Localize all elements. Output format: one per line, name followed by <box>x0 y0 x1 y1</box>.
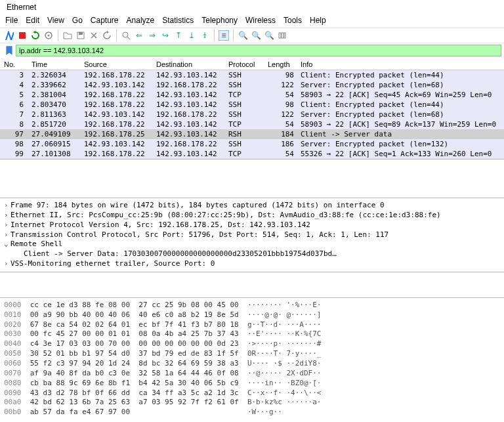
packet-bytes-hex[interactable]: 0000 cc ce 1e d3 88 fe 08 00 27 cc 25 9b… <box>0 298 504 420</box>
zoom-out-icon[interactable]: 🔍 <box>251 30 261 41</box>
go-last-icon[interactable]: ⤓ <box>186 30 197 41</box>
tree-node[interactable]: › Internet Protocol Version 4, Src: 192.… <box>4 221 500 230</box>
menu-edit[interactable]: Edit <box>26 16 39 25</box>
title-bar: Ethernet <box>0 0 504 14</box>
open-file-icon[interactable] <box>62 30 73 41</box>
close-file-icon[interactable] <box>89 30 99 41</box>
menu-file[interactable]: File <box>5 16 18 25</box>
menu-help[interactable]: Help <box>310 16 326 25</box>
tree-node[interactable]: › Ethernet II, Src: PcsCompu_cc:25:9b (0… <box>4 211 500 221</box>
packet-row[interactable]: 72.811363142.93.103.142192.168.178.22SSH… <box>0 110 504 119</box>
hex-line: 0060 55 f2 c3 97 94 20 1d 24 8d bc 32 64… <box>4 359 500 369</box>
display-filter-row <box>0 43 504 58</box>
zoom-reset-icon[interactable]: 🔍 <box>264 30 274 41</box>
toolbar-separator <box>214 30 215 41</box>
zoom-in-icon[interactable]: 🔍 <box>238 30 248 41</box>
hex-line: 0070 af 9a 40 8f da b0 c3 0e 32 58 1a 64… <box>4 369 500 379</box>
tree-node[interactable]: › Transmission Control Protocol, Src Por… <box>4 230 500 240</box>
restart-capture-icon[interactable] <box>30 30 41 41</box>
svg-point-5 <box>123 32 128 37</box>
menu-capture[interactable]: Capture <box>91 16 119 25</box>
column-header[interactable]: No. <box>1 60 29 68</box>
hex-line: 0090 43 d3 d2 78 bf 0f 66 dd ca 34 ff a3… <box>4 389 500 398</box>
svg-point-2 <box>48 35 50 37</box>
reload-icon[interactable] <box>102 30 112 41</box>
save-file-icon[interactable] <box>75 30 86 41</box>
menu-telephony[interactable]: Telephony <box>201 16 238 25</box>
packet-row[interactable]: 82.851720192.168.178.22142.93.103.142TCP… <box>0 119 504 129</box>
hex-line: 0010 00 a9 90 bb 40 00 40 06 40 e6 c0 a8… <box>4 310 500 320</box>
menu-wireless[interactable]: Wireless <box>245 16 276 25</box>
jump-icon[interactable]: ↪ <box>160 30 171 41</box>
tree-node[interactable]: › VSS-Monitoring ethernet trailer, Sourc… <box>4 259 500 269</box>
packet-details-tree[interactable]: › Frame 97: 184 bytes on wire (1472 bits… <box>0 198 504 272</box>
packet-row[interactable]: 32.326034192.168.178.22142.93.103.142SSH… <box>0 70 504 80</box>
svg-rect-8 <box>282 33 284 38</box>
pane-divider[interactable] <box>0 272 504 298</box>
hex-line: 0020 67 8e ca 54 02 02 64 01 ec bf 7f 41… <box>4 320 500 330</box>
svg-rect-7 <box>279 33 281 38</box>
column-header[interactable]: Info <box>298 60 503 68</box>
column-header[interactable]: Source <box>81 60 154 68</box>
find-packet-icon[interactable] <box>121 30 131 41</box>
menu-analyze[interactable]: Analyze <box>127 16 155 25</box>
tree-node[interactable]: Client -> Server Data: 17030300700000000… <box>4 249 500 259</box>
column-header[interactable]: Time <box>29 60 81 68</box>
toolbar-separator <box>233 30 234 41</box>
capture-options-icon[interactable] <box>43 30 54 41</box>
window-title: Ethernet <box>7 3 36 12</box>
packet-row[interactable]: 9727.049109192.168.178.25142.93.103.142R… <box>0 129 504 139</box>
hex-line: 00a0 42 bd 62 13 6b 7a 25 63 a7 03 95 92… <box>4 398 500 408</box>
column-header[interactable]: Protocol <box>226 60 265 68</box>
resize-columns-icon[interactable] <box>277 30 287 41</box>
filter-bookmark-icon[interactable] <box>4 45 14 56</box>
packet-row[interactable]: 9827.060915142.93.103.142192.168.178.22S… <box>0 139 504 149</box>
pane-divider[interactable] <box>0 159 504 198</box>
hex-line: 0030 00 fc 45 27 00 00 01 01 08 0a 4b a4… <box>4 329 500 339</box>
hex-line: 0000 cc ce 1e d3 88 fe 08 00 27 cc 25 9b… <box>4 301 500 310</box>
packet-row[interactable]: 62.803470192.168.178.22142.93.103.142SSH… <box>0 100 504 110</box>
tree-node[interactable]: ⌄ Remote Shell <box>4 240 500 249</box>
toolbar-separator <box>116 30 117 41</box>
menu-tools[interactable]: Tools <box>284 16 302 25</box>
auto-scroll-icon[interactable]: ⤈ <box>200 30 210 41</box>
main-toolbar: ⇐ ⇒ ↪ ⤒ ⤓ ⤈ ≡ 🔍 🔍 🔍 <box>0 28 504 43</box>
svg-rect-0 <box>19 32 26 39</box>
hex-line: 00b0 ab 57 da fa e4 67 97 00 ·W···g·· <box>4 408 500 417</box>
menu-bar: FileEditViewGoCaptureAnalyzeStatisticsTe… <box>0 14 504 28</box>
tree-node[interactable]: › Frame 97: 184 bytes on wire (1472 bits… <box>4 201 500 211</box>
packet-row[interactable]: 42.339662142.93.103.142192.168.178.22SSH… <box>0 80 504 90</box>
packet-row[interactable]: 52.381004192.168.178.22142.93.103.142TCP… <box>0 90 504 100</box>
packet-list[interactable]: 32.326034192.168.178.22142.93.103.142SSH… <box>0 70 504 159</box>
svg-line-6 <box>127 37 130 39</box>
start-capture-icon[interactable] <box>4 30 14 41</box>
svg-rect-9 <box>284 33 285 38</box>
stop-capture-icon[interactable] <box>17 30 28 41</box>
go-first-icon[interactable]: ⤒ <box>173 30 184 41</box>
hex-line: 0040 c4 3e 17 03 03 00 70 00 00 00 00 00… <box>4 339 500 349</box>
column-header[interactable]: Destination <box>154 60 226 68</box>
hex-line: 0050 30 52 01 bb b1 97 54 d0 37 bd 79 ed… <box>4 349 500 359</box>
column-header[interactable]: Length <box>265 60 298 68</box>
go-prev-icon[interactable]: ⇐ <box>134 30 144 41</box>
menu-view[interactable]: View <box>47 16 64 25</box>
packet-row[interactable]: 9927.101308192.168.178.22142.93.103.142T… <box>0 149 504 159</box>
menu-go[interactable]: Go <box>72 16 83 25</box>
colorize-icon[interactable]: ≡ <box>219 30 229 41</box>
menu-statistics[interactable]: Statistics <box>162 16 194 25</box>
svg-rect-4 <box>79 32 83 35</box>
hex-line: 0080 cb ba 88 9c 69 6e 8b f1 b4 42 5a 30… <box>4 379 500 389</box>
toolbar-separator <box>58 30 58 41</box>
go-next-icon[interactable]: ⇒ <box>147 30 158 41</box>
display-filter-input[interactable] <box>16 45 501 56</box>
packet-list-header[interactable]: No.TimeSourceDestinationProtocolLengthIn… <box>0 58 504 70</box>
